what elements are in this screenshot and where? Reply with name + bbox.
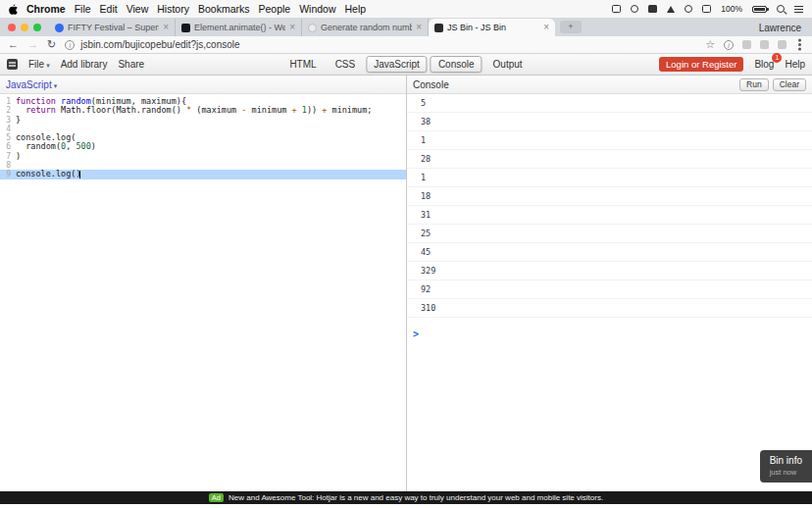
- console-log-entry: 329: [407, 262, 812, 280]
- menubar-item-chrome[interactable]: Chrome: [26, 3, 66, 15]
- console-log-entry: 38: [407, 113, 812, 131]
- line-number: 3: [0, 116, 16, 125]
- code-line[interactable]: 2 return Math.floor(Math.random() * (max…: [0, 106, 406, 115]
- panel-tab-javascript[interactable]: JavaScript: [366, 56, 428, 73]
- menubar-status-icon[interactable]: [685, 5, 692, 13]
- tab-title: Element.animate() - Web APIs: [194, 23, 285, 32]
- javascript-panel-menu[interactable]: JavaScript▾: [6, 79, 57, 90]
- console-log-entry: 31: [407, 206, 812, 225]
- close-window-button[interactable]: [8, 24, 16, 31]
- browser-tab[interactable]: Generate random number bet...×: [302, 19, 429, 36]
- address-bar-actions: ☆ i: [705, 39, 804, 50]
- battery-icon[interactable]: [752, 6, 767, 13]
- add-library-button[interactable]: Add library: [61, 59, 108, 70]
- page-info-icon[interactable]: i: [65, 40, 75, 50]
- browser-tab[interactable]: FIFTY Festival – SuperHi×: [49, 19, 176, 36]
- chrome-menu-icon[interactable]: [798, 43, 801, 46]
- line-number: 4: [0, 125, 16, 133]
- code-editor[interactable]: 1function random(minimum, maximum){2 ret…: [0, 94, 406, 179]
- chrome-tab-strip: FIFTY Festival – SuperHi×Element.animate…: [0, 19, 812, 36]
- menubar-item-window[interactable]: Window: [299, 3, 335, 15]
- menubar-item-file[interactable]: File: [75, 3, 91, 15]
- code-line[interactable]: 7): [0, 152, 406, 161]
- console-log-entry: 92: [407, 280, 812, 299]
- bin-info-popup[interactable]: Bin info just now: [760, 450, 812, 483]
- code-line[interactable]: 6 random(0, 500): [0, 142, 406, 151]
- blog-label: Blog: [754, 59, 774, 70]
- new-tab-button[interactable]: +: [560, 21, 582, 33]
- console-log-entry: 18: [407, 187, 812, 206]
- bin-info-timestamp: just now: [770, 468, 802, 477]
- clear-button[interactable]: Clear: [773, 78, 806, 91]
- menubar-status-icon[interactable]: [612, 5, 621, 13]
- menubar-item-edit[interactable]: Edit: [100, 3, 118, 15]
- file-menu-label: File: [28, 59, 44, 70]
- tab-title: Generate random number bet...: [321, 23, 412, 32]
- menubar-item-bookmarks[interactable]: Bookmarks: [198, 3, 250, 15]
- extension-icon[interactable]: [760, 40, 769, 49]
- console-input-row[interactable]: >: [407, 318, 812, 346]
- login-register-button[interactable]: Login or Register: [659, 57, 743, 72]
- line-number: 2: [0, 106, 16, 115]
- tab-list: FIFTY Festival – SuperHi×Element.animate…: [49, 19, 555, 36]
- panel-tab-html[interactable]: HTML: [281, 56, 324, 73]
- tab-favicon-icon: [308, 24, 317, 32]
- tab-title: JS Bin - JS Bin: [447, 23, 539, 32]
- panel-tab-console[interactable]: Console: [431, 56, 482, 73]
- code-text: return Math.floor(Math.random() * (maxim…: [16, 106, 372, 115]
- panel-tab-css[interactable]: CSS: [328, 56, 364, 73]
- chevron-down-icon: ▾: [54, 82, 58, 89]
- file-menu[interactable]: File▾: [28, 59, 50, 70]
- menubar-item-people[interactable]: People: [258, 3, 290, 15]
- menubar-status-icon[interactable]: [648, 5, 657, 13]
- profile-name[interactable]: Lawrence: [748, 23, 812, 33]
- console-output: 53812811831254532992310: [407, 94, 812, 318]
- spotlight-search-icon[interactable]: [777, 5, 785, 13]
- tab-close-icon[interactable]: ×: [416, 23, 422, 32]
- menubar-item-history[interactable]: History: [157, 3, 189, 15]
- jsbin-toolbar: File▾ Add library Share HTMLCSSJavaScrip…: [0, 54, 812, 76]
- back-icon[interactable]: ←: [8, 39, 19, 50]
- menubar-item-help[interactable]: Help: [345, 3, 367, 15]
- code-line[interactable]: 3}: [0, 116, 406, 125]
- apple-menu-icon[interactable]: [9, 4, 18, 15]
- browser-tab[interactable]: JS Bin - JS Bin×: [429, 19, 555, 36]
- tab-close-icon[interactable]: ×: [543, 23, 549, 32]
- menubar-status-icon[interactable]: [702, 5, 711, 13]
- window-controls: [0, 24, 49, 36]
- menubar-items: ChromeFileEditViewHistoryBookmarksPeople…: [26, 3, 366, 15]
- ad-banner[interactable]: Ad New and Awesome Tool: Hotjar is a new…: [0, 491, 812, 504]
- url-text[interactable]: jsbin.com/bujicopebu/edit?js,console: [80, 39, 239, 50]
- bookmark-star-icon[interactable]: ☆: [705, 39, 715, 50]
- omnibox[interactable]: i jsbin.com/bujicopebu/edit?js,console: [65, 39, 696, 50]
- ad-badge: Ad: [209, 493, 224, 502]
- line-number: 8: [0, 161, 16, 170]
- code-text: console.log(): [16, 170, 81, 178]
- run-button[interactable]: Run: [739, 78, 769, 91]
- minimize-window-button[interactable]: [21, 24, 28, 31]
- info-icon[interactable]: i: [724, 40, 734, 50]
- browser-tab[interactable]: Element.animate() - Web APIs×: [176, 19, 302, 36]
- forward-icon[interactable]: →: [27, 39, 38, 50]
- panel-tab-output[interactable]: Output: [485, 56, 531, 73]
- menubar-status-icon[interactable]: [631, 5, 638, 13]
- extension-icon[interactable]: [778, 40, 787, 49]
- menubar-status-area: 100%: [612, 4, 803, 14]
- line-number: 1: [0, 97, 16, 106]
- tab-close-icon[interactable]: ×: [163, 23, 169, 32]
- menubar-status-icon[interactable]: [667, 6, 675, 13]
- reload-icon[interactable]: ↻: [47, 39, 56, 50]
- blog-link[interactable]: Blog1: [754, 59, 774, 70]
- menubar-item-view[interactable]: View: [127, 3, 149, 15]
- notification-center-icon[interactable]: [794, 6, 803, 13]
- javascript-panel: JavaScript▾ 1function random(minimum, ma…: [0, 76, 407, 491]
- notification-badge: 1: [772, 53, 782, 63]
- console-panel: Console Run Clear 5381281183125453299231…: [407, 76, 812, 491]
- share-button[interactable]: Share: [118, 59, 144, 70]
- console-log-entry: 28: [407, 150, 812, 169]
- code-line[interactable]: 9console.log(): [0, 170, 406, 178]
- zoom-window-button[interactable]: [33, 24, 41, 31]
- extension-icon[interactable]: [742, 40, 751, 49]
- tab-close-icon[interactable]: ×: [289, 23, 295, 32]
- help-link[interactable]: Help: [785, 59, 805, 70]
